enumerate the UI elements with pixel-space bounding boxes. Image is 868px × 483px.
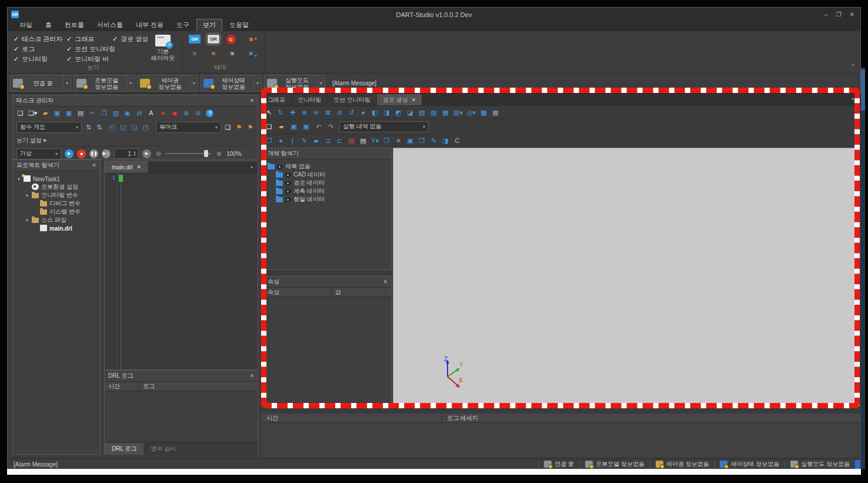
panel-tab[interactable]: 모션 모니터링✕	[328, 94, 377, 105]
spline-icon[interactable]: ʃ	[289, 138, 296, 144]
run-mode-combo[interactable]: 가상▾	[16, 148, 61, 159]
orbit-icon[interactable]: ↻	[277, 109, 285, 116]
view-checkbox[interactable]: ✓모니터링	[14, 54, 62, 64]
default-layout-button[interactable]: 기본 레이아웃	[148, 35, 178, 61]
restore-button[interactable]: ❐	[836, 11, 842, 18]
tab-variable-watch[interactable]: 변수 감시	[143, 443, 183, 455]
view-menu-icon[interactable]: ▥▾	[453, 109, 463, 116]
theme-cube-darkorange-icon[interactable]: ▣	[208, 49, 219, 58]
control-authority-status-button[interactable]: 제어권정보없음 ▾	[137, 75, 198, 92]
view-checkbox[interactable]: ✓그래프	[66, 34, 115, 44]
view-bottom-icon[interactable]: ▨	[430, 109, 438, 116]
edge-scrollbar[interactable]	[861, 68, 865, 469]
close-icon[interactable]: ✕	[412, 97, 416, 103]
replay-button[interactable]: ▶	[142, 149, 151, 158]
zoom-out-button[interactable]: ⊖	[155, 151, 162, 157]
menu-item[interactable]: 서비스툴	[91, 19, 129, 31]
render-solid-icon[interactable]: ▩	[480, 109, 488, 116]
add-watch-icon[interactable]: ◱	[119, 124, 127, 131]
editor-tab[interactable]: main.drl✕	[105, 161, 148, 173]
view-checkbox[interactable]: ✓모니터링 바	[66, 54, 115, 64]
step-count-spinner[interactable]: 1▲▼	[114, 148, 139, 159]
function-overview-combo[interactable]: 함수 개요▾	[16, 122, 82, 133]
paste-icon[interactable]: ▨	[112, 110, 119, 116]
replace-icon[interactable]: ⇄	[135, 110, 143, 116]
help-icon[interactable]: ?	[206, 109, 213, 117]
capture-icon[interactable]: ▣	[406, 138, 414, 144]
path-open-icon[interactable]: ▰	[278, 124, 285, 130]
close-button[interactable]: ✕	[850, 11, 854, 18]
status-bar-item[interactable]: 제어권 정보없음	[650, 461, 715, 468]
arc-icon[interactable]: C	[453, 138, 461, 144]
red-doc-icon[interactable]: ▤	[348, 138, 355, 144]
project-tree-item[interactable]: 디버그 변수	[14, 199, 99, 208]
viewport-3d[interactable]: Z Y X	[393, 148, 860, 407]
object-tree-item[interactable]: 행렬 데이터	[265, 195, 390, 204]
menu-item[interactable]: 홈	[39, 19, 58, 31]
view-checkbox[interactable]: ✓경로 생성	[112, 34, 148, 44]
project-tree-item[interactable]: ▾NewTask1	[14, 175, 99, 183]
panel-tab[interactable]: 그래프✕	[262, 94, 292, 105]
value-column-header[interactable]: 값	[332, 288, 341, 297]
record-icon[interactable]: ●	[159, 110, 166, 116]
new-file-icon[interactable]: ❏	[16, 110, 24, 116]
run-mode-status-button[interactable]: 실행모드정보없음 ▾	[264, 75, 325, 92]
select-cursor-icon[interactable]: ↖	[265, 109, 273, 116]
time-column-header[interactable]: 시간	[262, 414, 442, 422]
status-bar-item[interactable]: 제어상태 정보없음	[714, 461, 784, 468]
view-checkbox[interactable]: ✓태스크 관리자	[14, 34, 62, 44]
delete-icon[interactable]: ✕	[395, 138, 402, 144]
menu-item[interactable]: 내부 전용	[130, 19, 169, 31]
panel-tab[interactable]: 경로 생성✕	[377, 94, 422, 105]
theme-red-circle-icon[interactable]: C	[226, 35, 236, 44]
close-icon[interactable]: ✕	[383, 279, 388, 285]
view-iso-icon[interactable]: ▦	[442, 109, 449, 116]
view-settings-button[interactable]: 보기 설정 ▾	[16, 136, 46, 145]
time-column-header[interactable]: 시간	[105, 382, 139, 391]
new-file-menu-icon[interactable]: ❏▾	[28, 110, 37, 116]
extrude-icon[interactable]: ⊐	[324, 138, 332, 144]
chevron-down-icon[interactable]: ▾	[126, 75, 132, 91]
arrange-icon[interactable]: ◨	[442, 138, 449, 144]
view-checkbox[interactable]: ✓모션 모니터링	[66, 44, 115, 54]
add-breakpoint-icon[interactable]: ◰	[108, 124, 116, 131]
pan-icon[interactable]: ✚	[289, 109, 296, 116]
object-tree-item[interactable]: 경로 데이터	[265, 179, 390, 187]
print-icon[interactable]: ▤	[76, 110, 84, 116]
undo-icon[interactable]: ↶	[315, 124, 322, 130]
menu-item[interactable]: 도구	[171, 19, 195, 31]
run-history-combo[interactable]: 실행 내역 없음▾	[339, 121, 429, 132]
control-state-status-button[interactable]: 제어상태정보없음 ▾	[201, 75, 262, 92]
zoom-in-button[interactable]: ⊕	[215, 151, 223, 157]
project-tree-item[interactable]: main.drl	[14, 224, 99, 232]
chevron-down-icon[interactable]: ▾	[253, 75, 259, 91]
chevron-down-icon[interactable]: ▾	[317, 75, 322, 91]
close-icon[interactable]: ✕	[249, 373, 254, 379]
menu-item[interactable]: 컨트롤	[59, 19, 90, 31]
layers-icon[interactable]: ❐	[265, 138, 273, 144]
minimize-button[interactable]: –	[824, 11, 828, 18]
view-back-icon[interactable]: ◨	[383, 109, 390, 116]
object-tree-item[interactable]: 제목 없음	[265, 162, 390, 171]
path-save-icon[interactable]: ▣	[290, 124, 298, 130]
save-icon[interactable]: ▣	[53, 110, 61, 116]
path-save-as-icon[interactable]: ▣	[302, 124, 310, 130]
eye-icon[interactable]	[285, 189, 291, 194]
comment-add-icon[interactable]: ⊕	[182, 110, 190, 116]
bookmark-prev-icon[interactable]: ⚑	[246, 124, 254, 131]
theme-dr-light-icon[interactable]: DR	[208, 35, 219, 44]
sort-asc-icon[interactable]: ⇅	[85, 124, 92, 131]
eye-icon[interactable]	[285, 181, 291, 185]
view-checkbox[interactable]: ✓로그	[14, 44, 62, 54]
sphere-icon[interactable]: ●	[359, 109, 367, 116]
edit-icon[interactable]: ✎	[430, 138, 438, 144]
bookmark-next-icon[interactable]: ⚑	[235, 124, 243, 131]
log-column-header[interactable]: 로그	[139, 382, 155, 391]
menu-item[interactable]: 도움말	[223, 19, 255, 31]
render-wire-icon[interactable]: ▩	[492, 109, 499, 116]
view-top-icon[interactable]: ▧	[418, 109, 426, 116]
menu-item[interactable]: 파일	[14, 19, 38, 31]
status-bar-item[interactable]: 실행모드 정보없음	[784, 461, 855, 468]
close-icon[interactable]: ✕	[249, 98, 254, 104]
view-left-icon[interactable]: ◩	[395, 109, 402, 116]
